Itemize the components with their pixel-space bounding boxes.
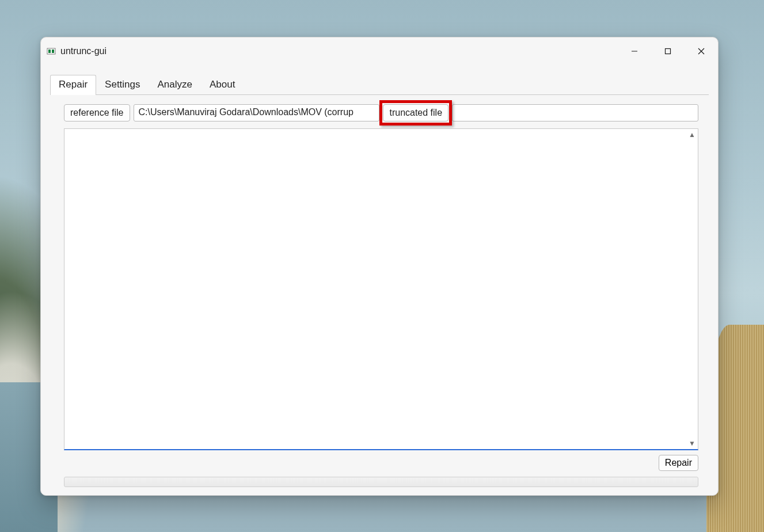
tab-analyze[interactable]: Analyze [149, 75, 201, 95]
svg-rect-4 [666, 49, 671, 54]
log-output[interactable]: ▲ ▼ [64, 128, 698, 450]
truncated-file-field[interactable] [452, 104, 698, 121]
close-button[interactable] [685, 37, 718, 65]
reference-file-button[interactable]: reference file [64, 104, 130, 121]
action-row: Repair [50, 455, 709, 471]
tab-repair[interactable]: Repair [50, 75, 96, 95]
titlebar[interactable]: untrunc-gui [41, 37, 718, 65]
reference-file-field[interactable]: C:\Users\Manuviraj Godara\Downloads\MOV … [134, 104, 380, 121]
scroll-up-icon[interactable]: ▲ [687, 130, 697, 140]
repair-button[interactable]: Repair [659, 455, 698, 471]
minimize-button[interactable] [618, 37, 651, 65]
tab-about[interactable]: About [201, 75, 244, 95]
app-icon [47, 47, 56, 56]
scroll-down-icon[interactable]: ▼ [687, 438, 697, 449]
tab-settings[interactable]: Settings [96, 75, 149, 95]
progress-bar [64, 477, 698, 487]
maximize-button[interactable] [651, 37, 685, 65]
file-inputs-row: reference file C:\Users\Manuviraj Godara… [50, 101, 709, 121]
highlight-box: truncated file [383, 104, 448, 121]
repair-tab-page: reference file C:\Users\Manuviraj Godara… [50, 101, 709, 491]
truncated-file-button[interactable]: truncated file [383, 104, 448, 121]
client-area: Repair Settings Analyze About reference … [41, 65, 718, 495]
window-title: untrunc-gui [60, 46, 107, 56]
app-window: untrunc-gui Repair Setting [40, 37, 719, 496]
svg-rect-2 [52, 50, 54, 53]
tab-bar: Repair Settings Analyze About [50, 74, 709, 95]
window-controls [618, 37, 718, 65]
svg-rect-1 [48, 50, 51, 53]
desktop-background: untrunc-gui Repair Setting [0, 0, 764, 532]
